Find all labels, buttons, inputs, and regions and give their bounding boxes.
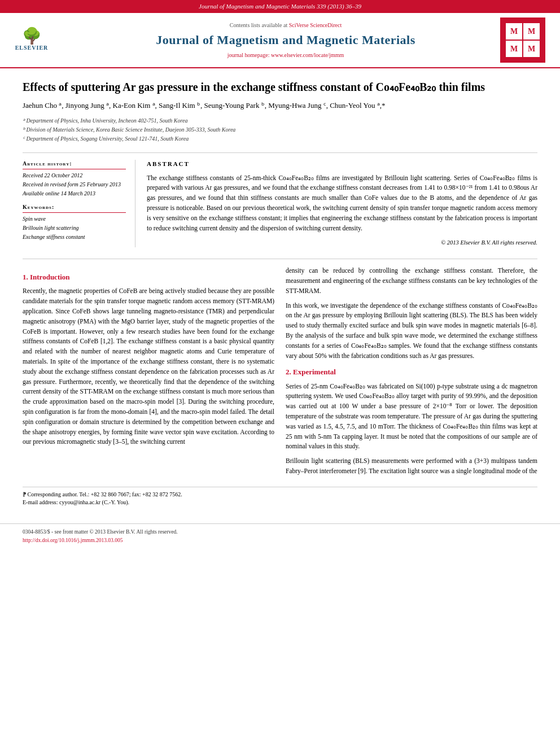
body-columns: 1. Introduction Recently, the magnetic p…	[23, 266, 537, 481]
abstract-text: The exchange stiffness constants of 25-n…	[147, 173, 537, 234]
logo-cell-4: M	[523, 41, 540, 57]
received-date: Received 22 October 2012	[23, 172, 126, 180]
sciverse-link[interactable]: SciVerse ScienceDirect	[289, 22, 342, 28]
elsevier-tree-icon: 🌳	[22, 28, 42, 44]
footer-issn: 0304-8853/$ - see front matter © 2013 El…	[23, 528, 537, 536]
abstract-section: ABSTRACT The exchange stiffness constant…	[147, 160, 537, 247]
keyword-2: Brillouin light scattering	[23, 224, 126, 232]
jmmm-logo-grid: M M M M	[506, 23, 540, 57]
page-footer: 0304-8853/$ - see front matter © 2013 El…	[0, 523, 560, 551]
logo-cell-2: M	[523, 23, 540, 40]
journal-header: 🌳 ELSEVIER Contents lists available at S…	[0, 13, 560, 68]
top-journal-bar: Journal of Magnetism and Magnetic Materi…	[0, 0, 560, 13]
article-history-section: Article history: Received 22 October 201…	[23, 160, 126, 198]
body-col-right: density can be reduced by controlling th…	[286, 266, 537, 481]
intro-para-1: Recently, the magnetic properties of CoF…	[23, 286, 274, 447]
intro-para-3: In this work, we investigate the depende…	[286, 301, 537, 361]
article-title: Effects of sputtering Ar gas pressure in…	[23, 80, 537, 94]
revised-date: Received in revised form 25 February 201…	[23, 181, 126, 189]
keyword-1: Spin wave	[23, 215, 126, 223]
elsevier-logo: 🌳 ELSEVIER	[9, 23, 54, 57]
email-note: E-mail address: cyyou@inha.ac.kr (C.-Y. …	[23, 499, 537, 506]
experimental-para-2: Brillouin light scattering (BLS) measure…	[286, 456, 537, 477]
footnote-section: ⁋ Corresponding author. Tel.: +82 32 860…	[23, 487, 537, 506]
corresponding-author-note: ⁋ Corresponding author. Tel.: +82 32 860…	[23, 491, 537, 499]
affiliations: ᵃ Department of Physics, Inha University…	[23, 116, 537, 143]
divider-2	[23, 259, 537, 259]
homepage-label: journal homepage:	[228, 52, 270, 58]
abstract-title: ABSTRACT	[147, 160, 537, 168]
logo-cell-3: M	[506, 41, 522, 57]
top-bar-text: Journal of Magnetism and Magnetic Materi…	[199, 3, 361, 10]
intro-para-2: density can be reduced by controlling th…	[286, 266, 537, 296]
contents-available-text: Contents lists available at	[230, 22, 287, 28]
affiliation-a: ᵃ Department of Physics, Inha University…	[23, 116, 537, 125]
keywords-title: Keywords:	[23, 203, 126, 213]
homepage-url[interactable]: www.elsevier.com/locate/jmmm	[271, 52, 344, 58]
article-info: Article history: Received 22 October 201…	[23, 160, 135, 247]
journal-title: Journal of Magnetism and Magnetic Materi…	[77, 32, 495, 49]
experimental-para-1: Series of 25-nm Co₄₀Fe₄₀B₂₀ was fabricat…	[286, 382, 537, 452]
logo-cell-1: M	[506, 23, 522, 40]
authors: Jaehun Cho ᵃ, Jinyong Jung ᵃ, Ka-Eon Kim…	[23, 100, 537, 112]
affiliation-b: ᵇ Division of Materials Science, Korea B…	[23, 125, 537, 134]
footer-doi[interactable]: http://dx.doi.org/10.1016/j.jmmm.2013.03…	[23, 537, 537, 544]
jmmm-logo: M M M M	[500, 18, 545, 63]
available-date: Available online 14 March 2013	[23, 190, 126, 198]
article-meta: Article history: Received 22 October 201…	[23, 160, 537, 247]
affiliation-c: ᶜ Department of Physics, Sogang Universi…	[23, 134, 537, 143]
main-content: Effects of sputtering Ar gas pressure in…	[0, 68, 560, 518]
intro-heading: 1. Introduction	[23, 272, 274, 283]
experimental-heading: 2. Experimental	[286, 366, 537, 378]
journal-homepage: journal homepage: www.elsevier.com/locat…	[77, 51, 495, 59]
copyright-line: © 2013 Elsevier B.V. All rights reserved…	[147, 239, 537, 247]
article-history-title: Article history:	[23, 160, 126, 169]
journal-header-center: Contents lists available at SciVerse Sci…	[77, 21, 495, 59]
body-col-left: 1. Introduction Recently, the magnetic p…	[23, 266, 274, 481]
keywords-section: Keywords: Spin wave Brillouin light scat…	[23, 203, 126, 241]
elsevier-logo-area: 🌳 ELSEVIER	[9, 23, 77, 57]
elsevier-text: ELSEVIER	[15, 44, 49, 52]
divider-1	[23, 152, 537, 153]
jmmm-logo-area: M M M M	[495, 18, 551, 63]
keyword-3: Exchange stiffness constant	[23, 233, 126, 241]
sciverse-line: Contents lists available at SciVerse Sci…	[77, 21, 495, 29]
